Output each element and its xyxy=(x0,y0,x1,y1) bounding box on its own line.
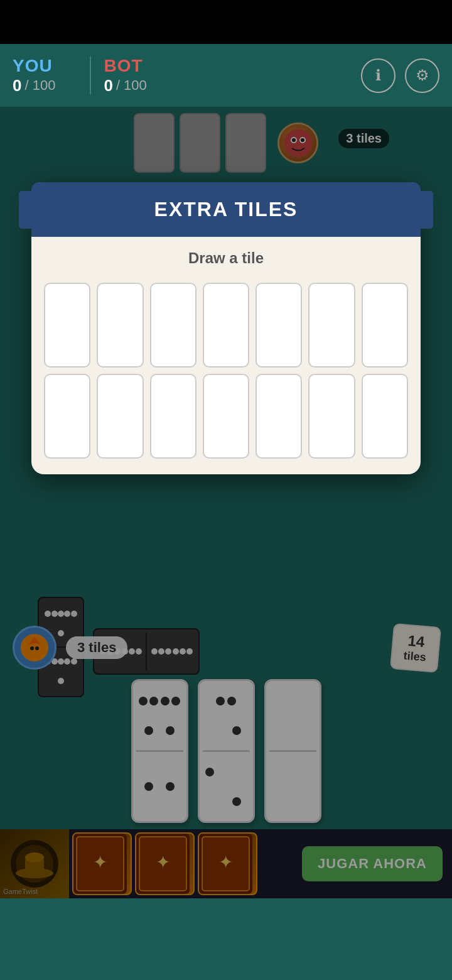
you-score-block: YOU 0 / 100 xyxy=(13,56,58,95)
modal-title: EXTRA TILES xyxy=(154,198,298,220)
score-separator xyxy=(90,57,91,94)
bot-score-block: BOT 0 / 100 xyxy=(104,56,149,95)
you-label: YOU xyxy=(13,56,58,76)
extra-tile-11[interactable] xyxy=(203,374,249,459)
extra-tile-13[interactable] xyxy=(308,374,355,459)
settings-icon: ⚙ xyxy=(416,67,429,84)
extra-tile-8[interactable] xyxy=(44,374,90,459)
score-header: YOU 0 / 100 BOT 0 / 100 ℹ ⚙ xyxy=(0,44,452,107)
modal-subtitle: Draw a tile xyxy=(31,237,421,273)
game-area: 3 tiles EXTRA TILES Draw a tile xyxy=(0,107,452,898)
bot-score-divider: / 100 xyxy=(116,77,147,94)
tiles-grid xyxy=(31,273,421,474)
extra-tile-7[interactable] xyxy=(362,283,408,368)
header-icons: ℹ ⚙ xyxy=(361,58,439,93)
extra-tile-1[interactable] xyxy=(44,283,90,368)
you-score-divider: / 100 xyxy=(24,77,55,94)
extra-tile-4[interactable] xyxy=(203,283,249,368)
extra-tile-10[interactable] xyxy=(150,374,196,459)
extra-tile-12[interactable] xyxy=(256,374,302,459)
extra-tile-14[interactable] xyxy=(362,374,408,459)
extra-tile-3[interactable] xyxy=(150,283,196,368)
info-button[interactable]: ℹ xyxy=(361,58,396,93)
status-bar xyxy=(0,0,452,44)
modal-header: EXTRA TILES xyxy=(31,182,421,237)
extra-tiles-modal: EXTRA TILES Draw a tile xyxy=(31,182,421,474)
settings-button[interactable]: ⚙ xyxy=(405,58,439,93)
extra-tile-5[interactable] xyxy=(256,283,302,368)
bot-label: BOT xyxy=(104,56,149,76)
bot-score-value: 0 xyxy=(104,76,112,95)
extra-tile-2[interactable] xyxy=(97,283,143,368)
extra-tile-6[interactable] xyxy=(308,283,355,368)
extra-tile-9[interactable] xyxy=(97,374,143,459)
you-score-value: 0 xyxy=(13,76,21,95)
info-icon: ℹ xyxy=(375,67,381,84)
